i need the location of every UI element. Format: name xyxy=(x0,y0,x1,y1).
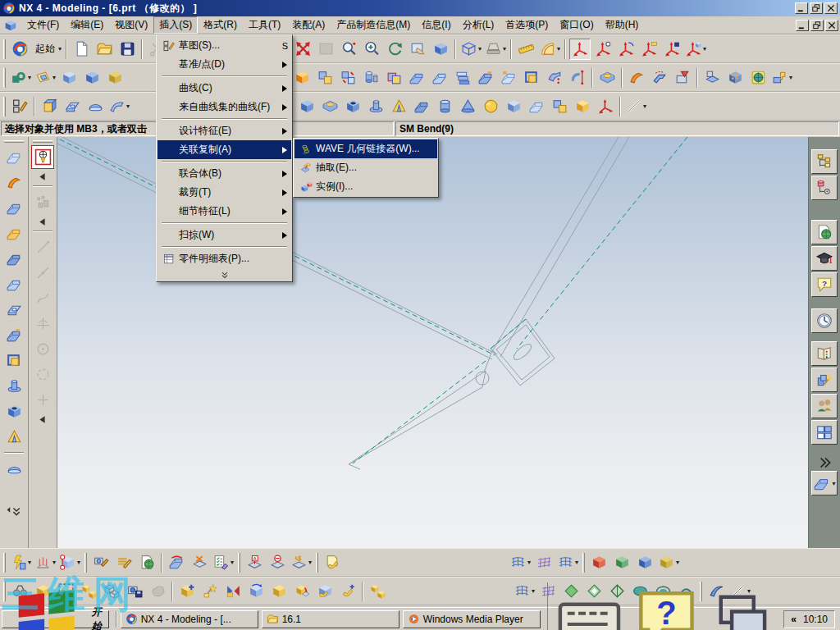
shaded-view-button[interactable] xyxy=(430,39,451,60)
snap-overflow-button[interactable] xyxy=(34,171,52,182)
edit-feature-button[interactable]: ▾ xyxy=(9,552,32,573)
layouts-tab[interactable] xyxy=(811,420,838,445)
suppress-feature-button[interactable]: A xyxy=(244,552,265,573)
block-button[interactable] xyxy=(296,96,317,117)
sm-dimple-button[interactable] xyxy=(2,457,25,481)
bend-axis-button[interactable] xyxy=(567,67,588,89)
minimize-button[interactable] xyxy=(795,2,808,14)
delete-feature-button[interactable] xyxy=(189,552,210,573)
menu-edit[interactable]: 编辑(E) xyxy=(65,16,109,34)
curve-overflow-button[interactable] xyxy=(34,413,52,425)
cloud-button[interactable] xyxy=(147,581,168,602)
pad-2-button[interactable] xyxy=(319,96,340,117)
intersect-button[interactable] xyxy=(383,67,404,89)
ruled-surface-button[interactable]: ▾ xyxy=(556,552,579,573)
move-feature-button[interactable]: ▾ xyxy=(58,552,81,573)
open-file-button[interactable] xyxy=(94,39,115,60)
wcs-origin-button[interactable] xyxy=(592,39,614,60)
menu-item-part-list[interactable]: 零件明细表(P)... xyxy=(158,249,291,268)
wcs-orient-button[interactable] xyxy=(638,39,660,60)
edit-parameters-button[interactable]: ▾ xyxy=(290,552,313,573)
sm-hem-button[interactable] xyxy=(2,272,25,296)
menu-expand-chevron[interactable] xyxy=(158,268,291,281)
sketch-button[interactable]: ▾ xyxy=(9,67,32,89)
arc-tool-button[interactable] xyxy=(31,363,54,386)
menu-analysis[interactable]: 分析(L) xyxy=(457,16,500,34)
menu-item-design-feature[interactable]: 设计特征(E) xyxy=(158,121,291,140)
sm-tab-button[interactable] xyxy=(2,425,25,449)
taskbar-task-media-player[interactable]: Windows Media Player xyxy=(403,610,541,628)
rebend-button[interactable] xyxy=(672,67,693,89)
rib-button[interactable] xyxy=(388,96,409,117)
point-tool-button[interactable] xyxy=(31,388,54,412)
unbend-button[interactable] xyxy=(649,67,670,89)
swept-surface-button[interactable] xyxy=(533,552,555,573)
inset-button[interactable] xyxy=(747,67,769,89)
bead-button[interactable] xyxy=(411,96,432,117)
datum-csys-button[interactable] xyxy=(572,96,593,117)
close-button[interactable] xyxy=(824,2,838,14)
training-tab[interactable] xyxy=(811,246,838,271)
sm-slot-button[interactable] xyxy=(2,323,25,347)
keyboard-tray-icon[interactable] xyxy=(553,582,626,630)
menu-item-curve[interactable]: 曲线(C) xyxy=(158,79,291,98)
through-curves-button[interactable]: ▾ xyxy=(509,552,532,573)
visual-effects-button[interactable]: ▾ xyxy=(484,39,507,60)
line-feature-button[interactable]: ▾ xyxy=(624,96,647,117)
sm-frame-button[interactable] xyxy=(2,349,25,372)
menu-file[interactable]: 文件(F) xyxy=(21,16,65,34)
conic-tool-button[interactable] xyxy=(31,312,54,336)
fit-view-button[interactable] xyxy=(292,39,313,60)
tab-feature-button[interactable] xyxy=(39,96,60,117)
menu-tools[interactable]: 工具(T) xyxy=(243,16,286,34)
resource-overflow-button[interactable] xyxy=(815,456,834,469)
wcs-display-button[interactable]: ▾ xyxy=(684,39,707,60)
curvature-analysis-button[interactable] xyxy=(611,552,632,573)
menu-assemblies[interactable]: 装配(A) xyxy=(286,16,331,34)
replace-component-button[interactable] xyxy=(291,581,313,602)
swept-button[interactable]: ▾ xyxy=(107,96,130,117)
remove-parameters-button[interactable] xyxy=(267,552,288,573)
edit-positioning-button[interactable]: ▾ xyxy=(34,552,57,573)
history-tab[interactable] xyxy=(811,308,838,333)
zoom-in-out-button[interactable] xyxy=(361,39,382,60)
rotate-view-button[interactable] xyxy=(384,39,405,60)
part-navigator-tab[interactable] xyxy=(811,176,838,200)
sm-z-bend-button[interactable] xyxy=(2,196,25,220)
datum-plane-button[interactable]: ▾ xyxy=(34,67,57,89)
window-tray-icon[interactable] xyxy=(706,582,779,630)
save-file-button[interactable] xyxy=(116,39,138,60)
edit-display-button[interactable] xyxy=(90,552,112,573)
sm-bend-taper-button[interactable] xyxy=(2,145,25,169)
pan-view-button[interactable] xyxy=(407,39,428,60)
snapshot-button[interactable] xyxy=(124,581,145,602)
sm-feature-3-button[interactable] xyxy=(475,67,496,89)
sheet-hole-button[interactable] xyxy=(62,96,83,117)
snap-point-button[interactable] xyxy=(31,145,54,169)
zoom-button[interactable] xyxy=(338,39,359,60)
hide-component-button[interactable] xyxy=(101,581,122,602)
view-trimetric-button[interactable] xyxy=(58,67,80,89)
pad-button[interactable] xyxy=(596,67,618,89)
move-component-button[interactable] xyxy=(245,581,267,602)
web-browser-tab[interactable] xyxy=(811,220,838,244)
sheet-metal-toolbar-overflow-button[interactable] xyxy=(5,504,24,515)
wcs-dynamics-button[interactable] xyxy=(569,39,591,60)
menu-window[interactable]: 窗口(O) xyxy=(554,16,599,34)
view-isometric-button[interactable] xyxy=(81,67,103,89)
cube-feature-button[interactable] xyxy=(503,96,524,117)
child-minimize-button[interactable] xyxy=(796,20,809,31)
submenu-item-wave-geometry-linker[interactable]: WAVE 几何链接器(W)... xyxy=(294,139,437,158)
spline-tool-button[interactable] xyxy=(31,286,54,310)
zoom-box-button[interactable] xyxy=(315,39,336,60)
menu-preferences[interactable]: 首选项(P) xyxy=(500,16,554,34)
cylinder-button[interactable] xyxy=(360,67,381,89)
bend-button[interactable] xyxy=(626,67,647,89)
menu-pmi[interactable]: 产品制造信息(M) xyxy=(331,16,416,34)
menu-help[interactable]: 帮助(H) xyxy=(600,16,645,34)
taskbar-task-folder[interactable]: 16.1 xyxy=(262,610,399,628)
wcs-save-button[interactable] xyxy=(661,39,682,60)
menu-view[interactable]: 视图(V) xyxy=(109,16,153,34)
tray-collapse-chevron[interactable]: « xyxy=(791,614,797,625)
menu-item-associative-copy[interactable]: 关联复制(A) xyxy=(158,140,291,159)
